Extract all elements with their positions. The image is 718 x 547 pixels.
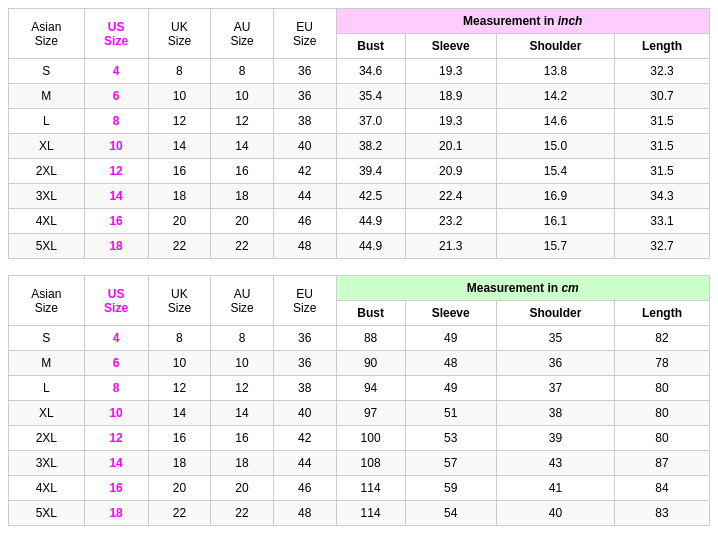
- au-size-cell: 16: [211, 426, 274, 451]
- us-size-cell: 6: [84, 351, 148, 376]
- bust-cell: 42.5: [336, 184, 405, 209]
- sleeve-cell: 51: [405, 401, 496, 426]
- length-cell: 30.7: [614, 84, 709, 109]
- bust-cell: 38.2: [336, 134, 405, 159]
- bust-cell: 108: [336, 451, 405, 476]
- us-size-cell: 12: [84, 426, 148, 451]
- length-cell: 32.3: [614, 59, 709, 84]
- bust-cell: 44.9: [336, 209, 405, 234]
- length-cell: 31.5: [614, 159, 709, 184]
- shoulder-cell: 14.6: [496, 109, 614, 134]
- eu-size-cell: 46: [273, 476, 336, 501]
- bust-cell: 90: [336, 351, 405, 376]
- eu-size-cell: 36: [273, 59, 336, 84]
- table-row: 5XL1822224844.921.315.732.7: [9, 234, 710, 259]
- uk-size-cell: 18: [148, 451, 211, 476]
- sleeve-cell: 22.4: [405, 184, 496, 209]
- us-size-cell: 4: [84, 59, 148, 84]
- sleeve-cell: 19.3: [405, 109, 496, 134]
- sleeve-cell: 19.3: [405, 59, 496, 84]
- shoulder-cell: 15.4: [496, 159, 614, 184]
- sleeve-cell: 49: [405, 376, 496, 401]
- eu-size-header: EUSize: [273, 9, 336, 59]
- au-size-cell: 14: [211, 134, 274, 159]
- sleeve-cell: 49: [405, 326, 496, 351]
- shoulder-header-cm: Shoulder: [496, 301, 614, 326]
- au-size-cell: 14: [211, 401, 274, 426]
- table-row: S4883634.619.313.832.3: [9, 59, 710, 84]
- shoulder-header-inch: Shoulder: [496, 34, 614, 59]
- uk-size-header-cm: UKSize: [148, 276, 211, 326]
- eu-size-cell: 36: [273, 84, 336, 109]
- asian-size-cell: 5XL: [9, 234, 85, 259]
- eu-size-cell: 48: [273, 234, 336, 259]
- uk-size-cell: 10: [148, 84, 211, 109]
- eu-size-cell: 42: [273, 426, 336, 451]
- bust-cell: 88: [336, 326, 405, 351]
- length-header-cm: Length: [614, 301, 709, 326]
- length-cell: 32.7: [614, 234, 709, 259]
- us-size-cell: 16: [84, 476, 148, 501]
- bust-cell: 35.4: [336, 84, 405, 109]
- eu-size-cell: 40: [273, 401, 336, 426]
- table-row: 3XL1418184442.522.416.934.3: [9, 184, 710, 209]
- shoulder-cell: 15.0: [496, 134, 614, 159]
- sleeve-header-inch: Sleeve: [405, 34, 496, 59]
- measurement-inch-header: Measurement in inch: [336, 9, 709, 34]
- au-size-cell: 22: [211, 234, 274, 259]
- us-size-cell: 12: [84, 159, 148, 184]
- shoulder-cell: 40: [496, 501, 614, 526]
- sleeve-cell: 54: [405, 501, 496, 526]
- asian-size-cell: 5XL: [9, 501, 85, 526]
- table-row: XL1014144038.220.115.031.5: [9, 134, 710, 159]
- au-size-cell: 8: [211, 326, 274, 351]
- au-size-cell: 18: [211, 451, 274, 476]
- uk-size-header: UKSize: [148, 9, 211, 59]
- asian-size-cell: L: [9, 109, 85, 134]
- shoulder-cell: 41: [496, 476, 614, 501]
- au-size-cell: 16: [211, 159, 274, 184]
- eu-size-cell: 46: [273, 209, 336, 234]
- length-cell: 80: [614, 426, 709, 451]
- asian-size-cell: S: [9, 59, 85, 84]
- shoulder-cell: 35: [496, 326, 614, 351]
- eu-size-cell: 44: [273, 451, 336, 476]
- sleeve-cell: 20.9: [405, 159, 496, 184]
- asian-size-cell: 4XL: [9, 476, 85, 501]
- shoulder-cell: 43: [496, 451, 614, 476]
- sleeve-cell: 48: [405, 351, 496, 376]
- uk-size-cell: 16: [148, 159, 211, 184]
- bust-cell: 39.4: [336, 159, 405, 184]
- us-size-header: USSize: [84, 9, 148, 59]
- table-row: XL1014144097513880: [9, 401, 710, 426]
- sleeve-cell: 21.3: [405, 234, 496, 259]
- asian-size-cell: M: [9, 84, 85, 109]
- au-size-cell: 10: [211, 351, 274, 376]
- asian-size-cell: 4XL: [9, 209, 85, 234]
- sleeve-cell: 20.1: [405, 134, 496, 159]
- au-size-cell: 20: [211, 209, 274, 234]
- bust-cell: 94: [336, 376, 405, 401]
- eu-size-header-cm: EUSize: [273, 276, 336, 326]
- us-size-cell: 18: [84, 234, 148, 259]
- shoulder-cell: 13.8: [496, 59, 614, 84]
- table-row: 3XL14181844108574387: [9, 451, 710, 476]
- length-cell: 80: [614, 376, 709, 401]
- length-cell: 80: [614, 401, 709, 426]
- uk-size-cell: 14: [148, 401, 211, 426]
- bust-cell: 34.6: [336, 59, 405, 84]
- length-cell: 87: [614, 451, 709, 476]
- length-cell: 31.5: [614, 134, 709, 159]
- table-row: 2XL12161642100533980: [9, 426, 710, 451]
- uk-size-cell: 10: [148, 351, 211, 376]
- length-cell: 31.5: [614, 109, 709, 134]
- au-size-cell: 22: [211, 501, 274, 526]
- uk-size-cell: 22: [148, 501, 211, 526]
- us-size-cell: 10: [84, 401, 148, 426]
- bust-cell: 100: [336, 426, 405, 451]
- table-row: L812123837.019.314.631.5: [9, 109, 710, 134]
- asian-size-header: AsianSize: [9, 9, 85, 59]
- au-size-cell: 12: [211, 109, 274, 134]
- length-cell: 34.3: [614, 184, 709, 209]
- uk-size-cell: 18: [148, 184, 211, 209]
